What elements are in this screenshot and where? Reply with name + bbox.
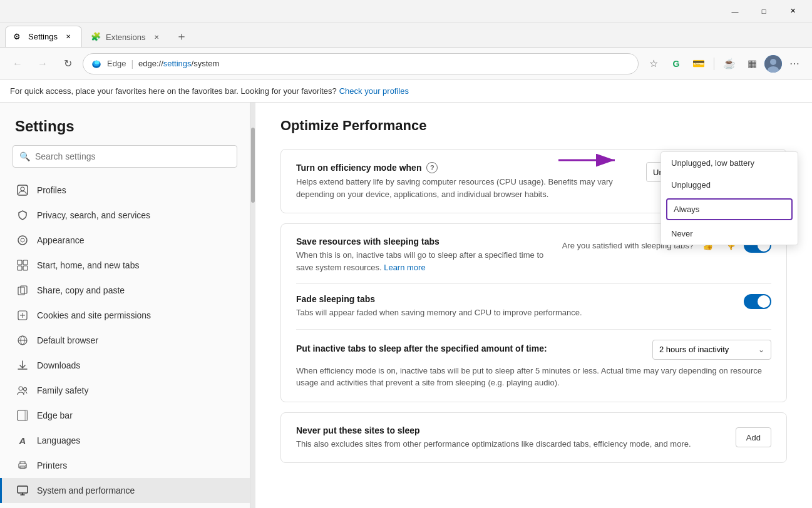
sleep-timer-title: Put inactive tabs to sleep after the spe… — [296, 343, 547, 353]
svg-point-4 — [770, 59, 776, 65]
sleeping-tabs-section: Save resources with sleeping tabs When t… — [280, 223, 787, 402]
forward-button[interactable]: → — [33, 54, 53, 74]
favorites-icon[interactable]: ☆ — [644, 54, 664, 74]
svg-rect-22 — [25, 410, 28, 420]
sidebar-item-system[interactable]: System and performance — [0, 478, 250, 503]
sidebar-item-edge-bar[interactable]: Edge bar — [0, 403, 250, 428]
main-content: Settings 🔍 Profiles — [0, 103, 812, 508]
url-separator: | — [131, 59, 133, 69]
efficiency-title: Turn on efficiency mode when ? — [296, 162, 636, 173]
cookies-label: Cookies and site permissions — [37, 310, 151, 320]
profiles-label: Profiles — [37, 185, 66, 195]
svg-point-20 — [24, 388, 27, 391]
svg-point-25 — [25, 465, 26, 466]
url-bar[interactable]: Edge | edge://settings/system — [83, 53, 639, 74]
printers-label: Printers — [37, 460, 67, 470]
settings-tab-icon: ⚙ — [13, 32, 23, 42]
sidebar-item-family-safety[interactable]: Family safety — [0, 378, 250, 403]
share-copy-label: Share, copy and paste — [37, 285, 125, 295]
privacy-label: Privacy, search, and services — [37, 210, 150, 220]
sleep-timer-desc: When efficiency mode is on, inactive tab… — [296, 365, 771, 389]
sidebar-item-languages[interactable]: A Languages — [0, 428, 250, 453]
sleep-timer-header: Put inactive tabs to sleep after the spe… — [296, 340, 771, 360]
efficiency-info-icon[interactable]: ? — [426, 162, 438, 173]
minimize-button[interactable]: — — [721, 0, 749, 23]
option-unplugged[interactable]: Unplugged — [661, 174, 798, 196]
sidebar-item-default-browser[interactable]: Default browser — [0, 328, 250, 353]
svg-point-7 — [21, 187, 24, 191]
sidebar-icon[interactable]: ▦ — [742, 54, 762, 74]
svg-rect-26 — [18, 486, 28, 493]
toolbar-icons: ☆ G 💳 ☕ ▦ ⋯ — [644, 54, 804, 74]
tab-extensions[interactable]: 🧩 Extensions ✕ — [82, 27, 171, 47]
info-bar: For quick access, place your favorites h… — [0, 80, 812, 103]
reload-button[interactable]: ↻ — [58, 54, 78, 74]
close-button[interactable]: ✕ — [778, 0, 807, 23]
share-copy-icon — [17, 285, 28, 296]
cookies-icon — [17, 310, 28, 321]
sidebar-item-start-home[interactable]: Start, home, and new tabs — [0, 253, 250, 278]
add-button[interactable]: Add — [736, 427, 771, 447]
fade-tabs-title: Fade sleeping tabs — [296, 294, 734, 304]
learn-more-link[interactable]: Learn more — [384, 263, 425, 272]
sleep-timer-value: 2 hours of inactivity — [659, 345, 729, 354]
scroll-thumb[interactable] — [251, 128, 255, 203]
profiles-icon — [17, 185, 28, 196]
extensions-tab-close[interactable]: ✕ — [151, 31, 162, 43]
edge-logo — [91, 58, 102, 69]
sleeping-tabs-desc: When this is on, inactive tabs will go t… — [296, 249, 552, 273]
option-unplugged-low[interactable]: Unplugged, low battery — [661, 152, 798, 174]
avatar[interactable] — [764, 55, 782, 73]
edge-label: Edge — [107, 59, 126, 68]
wallet-icon[interactable]: 💳 — [689, 54, 709, 74]
fade-tabs-control — [744, 294, 771, 309]
sidebar-item-privacy[interactable]: Privacy, search, and services — [0, 203, 250, 228]
sidebar-nav: Profiles Privacy, search, and services — [0, 178, 250, 508]
efficiency-info: Turn on efficiency mode when ? Helps ext… — [296, 162, 636, 200]
svg-rect-12 — [18, 266, 22, 270]
sidebar-item-appearance[interactable]: Appearance — [0, 228, 250, 253]
search-box[interactable]: 🔍 — [13, 145, 237, 168]
sidebar-item-cookies[interactable]: Cookies and site permissions — [0, 303, 250, 328]
option-never[interactable]: Never — [661, 223, 798, 245]
sleep-timer-dropdown[interactable]: 2 hours of inactivity ⌄ — [652, 340, 771, 360]
page-title: Optimize Performance — [280, 118, 787, 134]
sidebar-item-downloads[interactable]: Downloads — [0, 353, 250, 378]
sidebar-title: Settings — [0, 103, 250, 145]
svg-rect-11 — [23, 260, 28, 265]
settings-tab-close[interactable]: ✕ — [63, 31, 74, 43]
back-button[interactable]: ← — [8, 54, 28, 74]
url-text: edge://settings/system — [138, 59, 219, 68]
never-sleep-info: Never put these sites to sleep This also… — [296, 425, 726, 450]
grammarly-icon[interactable]: G — [666, 54, 686, 74]
appearance-label: Appearance — [37, 235, 85, 245]
separator — [714, 58, 714, 70]
fade-tabs-info: Fade sleeping tabs Tabs will appear fade… — [296, 294, 734, 319]
family-safety-icon — [17, 385, 28, 396]
new-tab-button[interactable]: ＋ — [171, 26, 192, 47]
svg-point-9 — [21, 238, 24, 242]
svg-point-2 — [95, 60, 100, 64]
search-input[interactable] — [35, 151, 230, 161]
system-icon — [17, 485, 28, 496]
fade-tabs-desc: Tabs will appear faded when saving memor… — [296, 307, 734, 319]
fade-tabs-toggle[interactable] — [744, 294, 771, 309]
check-profiles-link[interactable]: Check your profiles — [339, 86, 409, 96]
sidebar-item-profiles[interactable]: Profiles — [0, 178, 250, 203]
svg-point-8 — [18, 236, 27, 245]
sidebar-item-printers[interactable]: Printers — [0, 453, 250, 478]
sleeping-tabs-title: Save resources with sleeping tabs — [296, 236, 552, 246]
fade-tabs-row: Fade sleeping tabs Tabs will appear fade… — [296, 294, 771, 319]
sidebar-item-share-copy[interactable]: Share, copy and paste — [0, 278, 250, 303]
default-browser-icon — [17, 335, 28, 346]
maximize-button[interactable]: □ — [749, 0, 778, 23]
more-menu-icon[interactable]: ⋯ — [784, 54, 804, 74]
start-home-icon — [17, 260, 28, 271]
svg-rect-13 — [23, 266, 28, 270]
collections-icon[interactable]: ☕ — [719, 54, 739, 74]
option-always[interactable]: Always — [666, 198, 793, 220]
never-sleep-header: Never put these sites to sleep This also… — [296, 425, 771, 450]
never-sleep-desc: This also excludes sites from other perf… — [296, 438, 726, 450]
tab-settings[interactable]: ⚙ Settings ✕ — [5, 26, 82, 47]
appearance-icon — [17, 235, 28, 246]
